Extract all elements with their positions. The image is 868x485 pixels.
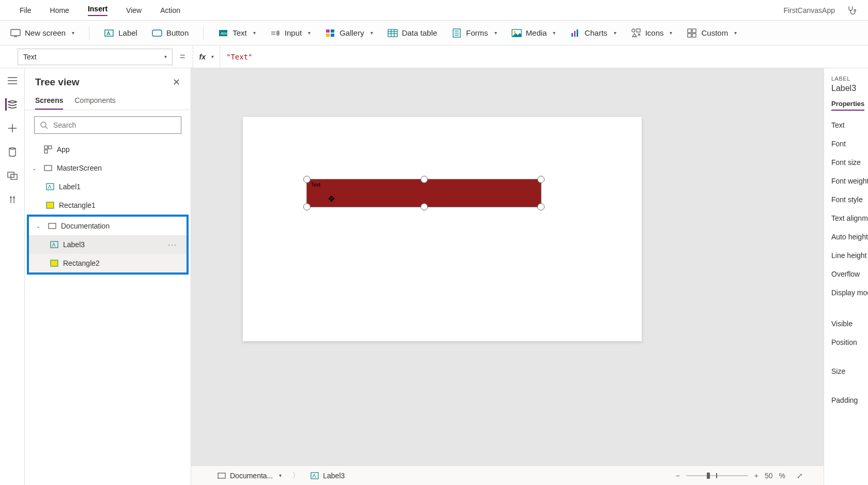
insert-media-button[interactable]: Media ▾	[512, 28, 556, 38]
svg-rect-1	[11, 29, 20, 36]
svg-rect-28	[577, 29, 578, 37]
expand-icon[interactable]: ⌄	[36, 223, 43, 229]
custom-icon	[687, 28, 697, 38]
resize-handle[interactable]	[421, 176, 428, 183]
tools-icon[interactable]	[6, 193, 19, 206]
menu-view[interactable]: View	[126, 6, 142, 14]
selected-control[interactable]: Text ✥	[306, 179, 541, 207]
breadcrumb-control[interactable]: Label3	[305, 469, 350, 482]
breadcrumb-label: Documenta...	[230, 472, 273, 480]
screen-icon	[43, 163, 53, 173]
prop-row[interactable]: Display mod	[831, 289, 868, 297]
resize-handle[interactable]	[303, 176, 311, 183]
control-text: Text	[311, 182, 320, 188]
svg-rect-44	[44, 146, 48, 149]
tree-view-icon[interactable]	[5, 98, 18, 111]
tree-node-label1[interactable]: Label1	[25, 177, 191, 196]
prop-row[interactable]: Font weight	[831, 177, 868, 185]
zoom-out-button[interactable]: −	[676, 472, 680, 480]
search-input[interactable]	[34, 116, 181, 134]
tree-node-rectangle2[interactable]: Rectangle2	[29, 254, 187, 272]
screen-icon	[218, 473, 226, 479]
resize-handle[interactable]	[421, 203, 428, 210]
menu-file[interactable]: File	[20, 6, 32, 14]
svg-point-29	[632, 29, 635, 32]
insert-button-button[interactable]: Button	[152, 28, 189, 38]
insert-forms-button[interactable]: Forms ▾	[452, 28, 497, 38]
tab-properties[interactable]: Properties	[831, 100, 864, 111]
svg-rect-27	[574, 31, 576, 37]
tree-node-masterscreen[interactable]: ⌄ MasterScreen	[25, 159, 191, 177]
data-icon[interactable]	[6, 146, 19, 158]
screen-icon	[10, 28, 21, 38]
artboard[interactable]: Text ✥	[243, 117, 642, 341]
prop-row[interactable]: Font size	[831, 158, 868, 166]
move-cursor-icon: ✥	[328, 194, 335, 204]
icons-icon	[631, 28, 641, 38]
prop-row[interactable]: Text	[831, 121, 868, 129]
prop-row[interactable]: Padding	[831, 396, 868, 404]
resize-handle[interactable]	[303, 203, 311, 210]
media-panel-icon[interactable]	[6, 170, 19, 182]
insert-text-button[interactable]: Abc Text ▾	[218, 28, 256, 38]
svg-rect-13	[326, 34, 330, 37]
tree-node-rectangle1[interactable]: Rectangle1	[25, 196, 191, 215]
screen-icon	[48, 221, 57, 231]
formula-input[interactable]: "Text"	[220, 46, 868, 68]
insert-icons-button[interactable]: Icons ▾	[631, 28, 673, 38]
prop-row[interactable]: Overflow	[831, 270, 868, 278]
fit-screen-icon[interactable]: ⤢	[797, 472, 803, 480]
zoom-value: 50	[765, 472, 773, 480]
fx-button[interactable]: fx▾	[193, 46, 220, 68]
svg-point-25	[514, 31, 516, 33]
button-icon	[152, 28, 162, 38]
tree-node-documentation[interactable]: ⌄ Documentation	[29, 217, 187, 235]
svg-point-10	[277, 33, 279, 35]
new-screen-button[interactable]: New screen ▾	[10, 28, 74, 38]
menu-action[interactable]: Action	[160, 6, 180, 14]
media-icon	[512, 28, 522, 38]
breadcrumb-screen[interactable]: Documenta... ▾	[212, 469, 287, 482]
prop-row[interactable]: Line height	[831, 251, 868, 260]
chevron-down-icon: ▾	[72, 30, 74, 36]
insert-datatable-button[interactable]: Data table	[388, 28, 437, 38]
menu-insert[interactable]: Insert	[88, 5, 107, 16]
tree-node-label: Label1	[59, 183, 81, 191]
property-dropdown[interactable]: Text ▾	[18, 49, 173, 65]
zoom-slider[interactable]	[686, 475, 748, 476]
close-icon[interactable]: ✕	[173, 77, 180, 88]
tree-view-panel: Tree view ✕ Screens Components App ⌄ Mas…	[25, 68, 191, 485]
tab-components[interactable]: Components	[74, 92, 115, 110]
resize-handle[interactable]	[537, 176, 545, 183]
diagnostics-icon[interactable]	[845, 4, 858, 17]
svg-rect-53	[218, 473, 225, 478]
insert-input-button[interactable]: Input ▾	[270, 28, 311, 38]
resize-handle[interactable]	[537, 203, 545, 210]
insert-label-button[interactable]: Label	[104, 28, 137, 38]
prop-row[interactable]: Text alignme	[831, 214, 868, 222]
canvas-viewport[interactable]: Text ✥	[191, 68, 824, 465]
input-icon	[270, 28, 281, 38]
insert-charts-button[interactable]: Charts ▾	[570, 28, 616, 38]
new-screen-label: New screen	[25, 28, 66, 37]
tree-node-label: App	[57, 145, 70, 154]
tree-node-label3[interactable]: Label3 ···	[29, 235, 187, 254]
prop-row[interactable]: Font	[831, 140, 868, 148]
prop-row[interactable]: Position	[831, 338, 868, 346]
insert-custom-button[interactable]: Custom ▾	[687, 28, 737, 38]
svg-rect-49	[47, 202, 54, 208]
menu-home[interactable]: Home	[50, 6, 69, 14]
tree-node-app[interactable]: App	[25, 140, 191, 159]
prop-row[interactable]: Font style	[831, 195, 868, 204]
prop-row[interactable]: Auto height	[831, 233, 868, 241]
add-icon[interactable]	[6, 122, 19, 134]
zoom-in-button[interactable]: +	[754, 472, 758, 480]
tab-screens[interactable]: Screens	[35, 92, 63, 110]
search-field[interactable]	[52, 120, 176, 130]
prop-row[interactable]: Size	[831, 367, 868, 375]
more-icon[interactable]: ···	[168, 240, 177, 249]
hamburger-icon[interactable]	[6, 74, 19, 87]
expand-icon[interactable]: ⌄	[32, 165, 39, 171]
insert-gallery-button[interactable]: Gallery ▾	[325, 28, 373, 38]
prop-row[interactable]: Visible	[831, 320, 868, 328]
